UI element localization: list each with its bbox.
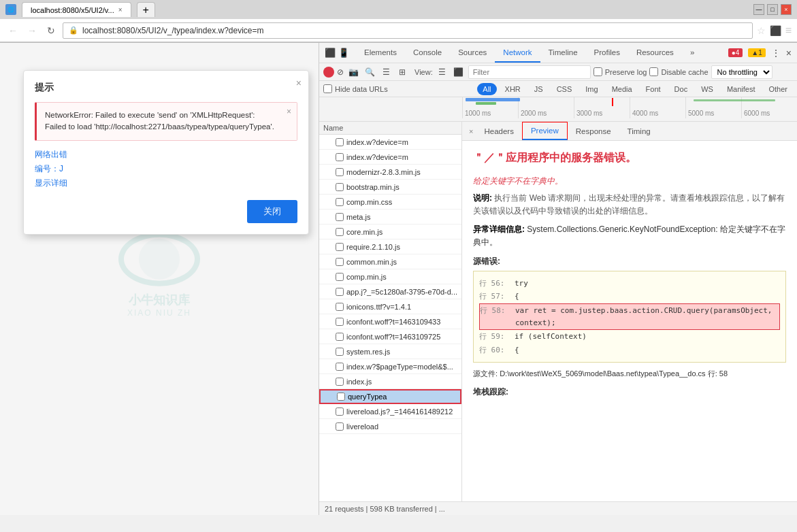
row-checkbox-5[interactable]: [336, 213, 344, 221]
timeline-view-icon[interactable]: ⬛: [452, 65, 466, 79]
maximize-btn[interactable]: □: [767, 4, 778, 15]
stop-icon[interactable]: ⊘: [337, 67, 344, 77]
network-row-5[interactable]: meta.js: [319, 210, 461, 225]
preview-close-btn[interactable]: ×: [466, 127, 476, 135]
network-filter-input[interactable]: [468, 65, 591, 79]
network-row-10[interactable]: app.j?_=5c1280af-3795-e70d-d...: [319, 284, 461, 299]
row-checkbox-0[interactable]: [336, 138, 344, 146]
tab-elements[interactable]: Elements: [356, 43, 405, 63]
devtools-mobile-icon[interactable]: 📱: [338, 48, 349, 58]
disable-cache-label[interactable]: Disable cache: [649, 67, 708, 76]
network-row-18[interactable]: livereload.js?_=1464161489212: [319, 404, 461, 419]
network-row-3[interactable]: bootstrap.min.js: [319, 180, 461, 195]
show-detail-link[interactable]: 显示详细: [35, 178, 67, 188]
row-checkbox-7[interactable]: [336, 243, 344, 251]
tab-timeline[interactable]: Timeline: [540, 43, 586, 63]
tab-resources[interactable]: Resources: [628, 43, 682, 63]
minimize-btn[interactable]: —: [753, 4, 764, 15]
row-checkbox-9[interactable]: [336, 273, 344, 281]
close-dialog-btn[interactable]: 关闭: [247, 200, 297, 223]
bookmark-icon[interactable]: ☆: [757, 25, 766, 36]
preview-tab-response[interactable]: Response: [568, 122, 619, 140]
menu-icon[interactable]: ≡: [785, 24, 792, 37]
preserve-log-label[interactable]: Preserve log: [593, 67, 647, 76]
row-checkbox-14[interactable]: [336, 348, 344, 356]
devtools-close-icon[interactable]: ×: [786, 48, 792, 59]
list-view-icon[interactable]: ☰: [436, 65, 449, 79]
tab-profiles[interactable]: Profiles: [586, 43, 628, 63]
row-checkbox-19[interactable]: [336, 422, 344, 431]
network-row-19[interactable]: livereload: [319, 419, 461, 434]
row-checkbox-13[interactable]: [336, 333, 344, 341]
filter-all-btn[interactable]: All: [477, 83, 496, 95]
row-checkbox-6[interactable]: [336, 228, 344, 236]
dialog-close-btn[interactable]: ×: [296, 78, 302, 88]
network-row-16[interactable]: index.js: [319, 374, 461, 389]
new-tab-btn[interactable]: +: [137, 2, 155, 17]
network-row-2[interactable]: modernizr-2.8.3.min.js: [319, 165, 461, 180]
filter-css-btn[interactable]: CSS: [551, 83, 578, 95]
preview-tab-headers[interactable]: Headers: [476, 122, 521, 140]
row-checkbox-4[interactable]: [336, 198, 344, 206]
row-checkbox-3[interactable]: [336, 183, 344, 191]
network-row-12[interactable]: iconfont.woff?t=1463109433: [319, 314, 461, 329]
close-window-btn[interactable]: ×: [781, 4, 792, 15]
network-row-1[interactable]: index.w?device=m: [319, 150, 461, 165]
network-row-13[interactable]: iconfont.woff?t=1463109725: [319, 329, 461, 344]
row-checkbox-1[interactable]: [336, 153, 344, 161]
row-checkbox-12[interactable]: [336, 318, 344, 326]
row-checkbox-11[interactable]: [336, 303, 344, 311]
filter-img-btn[interactable]: Img: [580, 83, 603, 95]
tab-network[interactable]: Network: [495, 43, 540, 63]
filter-icon[interactable]: 🔍: [363, 65, 376, 79]
hide-data-urls-checkbox[interactable]: [323, 84, 332, 93]
network-row-4[interactable]: comp.min.css: [319, 195, 461, 210]
network-row-6[interactable]: core.min.js: [319, 225, 461, 239]
filter-doc-btn[interactable]: Doc: [669, 83, 694, 95]
tab-more[interactable]: »: [682, 43, 702, 63]
view-grid-icon[interactable]: ⊞: [395, 65, 409, 79]
address-bar[interactable]: 🔒 localhost:8080/x5/UI2/v_/typea/index.w…: [63, 22, 753, 39]
forward-btn[interactable]: →: [25, 23, 39, 38]
row-checkbox-10[interactable]: [336, 288, 344, 296]
network-row-querytypea[interactable]: queryTypea: [319, 389, 461, 404]
disable-cache-checkbox[interactable]: [649, 67, 658, 76]
active-tab[interactable]: localhost:8080/x5/UI2/v... ×: [22, 2, 131, 17]
preserve-log-checkbox[interactable]: [593, 67, 602, 76]
network-row-7[interactable]: require.2.1.10.js: [319, 239, 461, 254]
row-checkbox-18[interactable]: [336, 408, 344, 416]
tab-sources[interactable]: Sources: [450, 43, 495, 63]
devtools-cursor-icon[interactable]: ⬛: [325, 48, 336, 58]
filter-xhr-btn[interactable]: XHR: [500, 83, 526, 95]
tab-close-btn[interactable]: ×: [118, 6, 123, 14]
network-row-8[interactable]: common.min.js: [319, 254, 461, 269]
filter-media-btn[interactable]: Media: [606, 83, 638, 95]
hide-data-urls-label[interactable]: Hide data URLs: [323, 84, 388, 93]
devtools-settings-icon[interactable]: ⋮: [771, 48, 781, 59]
back-btn[interactable]: ←: [5, 23, 20, 38]
row-checkbox-17[interactable]: [337, 393, 345, 401]
network-row-9[interactable]: comp.min.js: [319, 269, 461, 284]
row-checkbox-15[interactable]: [336, 363, 344, 371]
view-list-icon[interactable]: ☰: [379, 65, 393, 79]
tab-console[interactable]: Console: [405, 43, 450, 63]
filter-js-btn[interactable]: JS: [529, 83, 549, 95]
network-row-11[interactable]: ionicons.ttf?v=1.4.1: [319, 299, 461, 314]
network-row-15[interactable]: index.w?$pageType=model&$...: [319, 359, 461, 374]
error-box-close-btn[interactable]: ×: [287, 107, 291, 116]
throttle-select[interactable]: No throttling: [711, 65, 772, 79]
camera-icon[interactable]: 📷: [346, 65, 360, 79]
row-checkbox-8[interactable]: [336, 258, 344, 266]
network-row-0[interactable]: index.w?device=m: [319, 135, 461, 150]
refresh-btn[interactable]: ↻: [44, 23, 59, 38]
record-btn[interactable]: [323, 67, 334, 78]
filter-manifest-btn[interactable]: Manifest: [721, 83, 761, 95]
filter-ws-btn[interactable]: WS: [696, 83, 719, 95]
filter-font-btn[interactable]: Font: [640, 83, 666, 95]
row-checkbox-16[interactable]: [336, 378, 344, 386]
filter-other-btn[interactable]: Other: [763, 83, 793, 95]
network-row-14[interactable]: system.res.js: [319, 344, 461, 359]
preview-tab-preview[interactable]: Preview: [522, 122, 568, 140]
row-checkbox-2[interactable]: [336, 168, 344, 176]
preview-tab-timing[interactable]: Timing: [619, 122, 659, 140]
